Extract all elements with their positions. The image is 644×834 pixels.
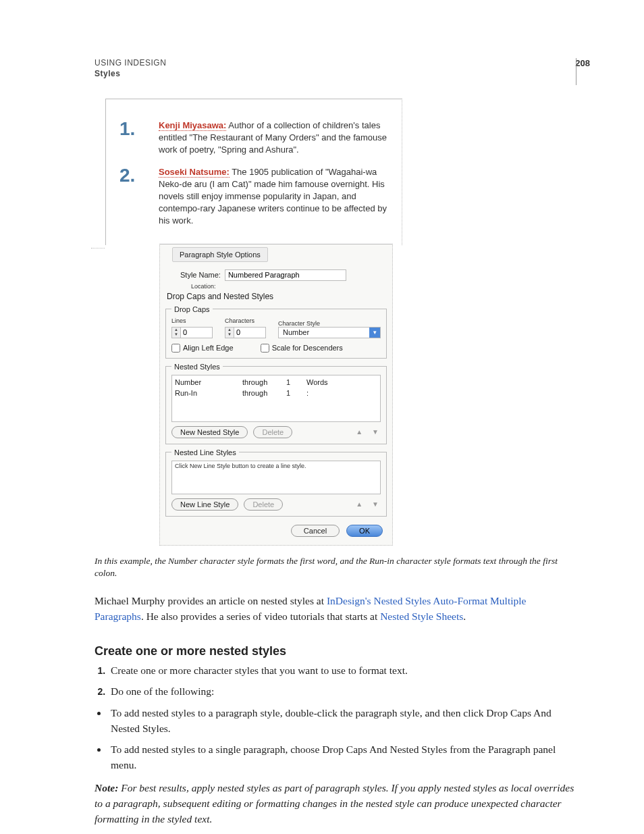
note: Note: For best results, apply nested sty… bbox=[95, 780, 576, 827]
delete-line-style-button[interactable]: Delete bbox=[244, 498, 283, 511]
step-2: Do one of the following: bbox=[108, 683, 576, 699]
cancel-button[interactable]: Cancel bbox=[291, 525, 340, 537]
running-head-line1: USING INDESIGN bbox=[95, 58, 576, 68]
location-label: Location: bbox=[191, 283, 216, 290]
character-style-value: Number bbox=[283, 328, 309, 336]
nested-line-styles-legend: Nested Line Styles bbox=[171, 448, 239, 457]
nested-line-styles-group: Nested Line Styles Click New Line Style … bbox=[165, 448, 387, 517]
nested-styles-legend: Nested Styles bbox=[171, 363, 223, 371]
bullet-1: To add nested styles to a paragraph styl… bbox=[108, 705, 576, 737]
body-paragraph: Michael Murphy provides an article on ne… bbox=[95, 594, 576, 624]
sample-number-1: 1. bbox=[119, 120, 159, 157]
nested-styles-group: Nested Styles Number through 1 Words Run… bbox=[165, 363, 387, 444]
link-nested-style-sheets[interactable]: Nested Style Sheets bbox=[380, 610, 463, 622]
ok-button[interactable]: OK bbox=[346, 525, 383, 537]
sample-item-2: 2. Soseki Natsume: The 1905 publication … bbox=[119, 166, 388, 228]
page-number: 208 bbox=[575, 58, 590, 68]
panel-heading: Drop Caps and Nested Styles bbox=[167, 292, 385, 301]
note-label: Note: bbox=[95, 782, 118, 793]
sample-runin-1: Kenji Miyasawa: bbox=[159, 120, 226, 131]
nested-style-row: Number through 1 Words bbox=[175, 377, 377, 388]
move-up-icon[interactable]: ▲ bbox=[354, 500, 365, 508]
note-body: For best results, apply nested styles as… bbox=[95, 782, 574, 825]
sample-runin-2: Soseki Natsume: bbox=[159, 167, 230, 178]
characters-label: Characters bbox=[225, 317, 266, 324]
section-heading: Create one or more nested styles bbox=[95, 644, 576, 658]
step-1: Create one or more character styles that… bbox=[108, 662, 576, 678]
sample-number-2: 2. bbox=[119, 166, 159, 228]
lines-input[interactable] bbox=[181, 328, 212, 338]
character-style-select[interactable]: Number ▾ bbox=[278, 327, 381, 338]
nested-line-styles-hint: Click New Line Style button to create a … bbox=[175, 463, 377, 469]
dropdown-arrow-icon: ▾ bbox=[369, 328, 380, 338]
running-head: USING INDESIGN Styles bbox=[95, 58, 576, 78]
characters-stepper[interactable]: ▲▼ bbox=[225, 327, 266, 338]
align-left-edge-checkbox[interactable]: Align Left Edge bbox=[171, 344, 234, 353]
align-left-edge-label: Align Left Edge bbox=[183, 344, 234, 352]
figure-caption: In this example, the Number character st… bbox=[95, 555, 576, 581]
dialog-title: Paragraph Style Options bbox=[172, 247, 268, 262]
paragraph-style-options-dialog: Paragraph Style Options Style Name: Loca… bbox=[159, 244, 393, 546]
drop-caps-group: Drop Caps Lines ▲▼ Characters ▲▼ bbox=[165, 305, 387, 359]
style-name-label: Style Name: bbox=[180, 271, 221, 279]
style-name-input[interactable] bbox=[225, 269, 346, 281]
scale-for-descenders-label: Scale for Descenders bbox=[272, 344, 343, 352]
nested-style-row: Run-In through 1 : bbox=[175, 388, 377, 398]
move-down-icon[interactable]: ▼ bbox=[370, 428, 381, 436]
move-down-icon[interactable]: ▼ bbox=[370, 500, 381, 508]
scale-for-descenders-checkbox[interactable]: Scale for Descenders bbox=[261, 344, 343, 353]
running-head-line2: Styles bbox=[95, 69, 576, 78]
sample-document: 1. Kenji Miyasawa: Author of a collectio… bbox=[105, 99, 402, 245]
move-up-icon[interactable]: ▲ bbox=[354, 428, 365, 436]
new-nested-style-button[interactable]: New Nested Style bbox=[171, 426, 248, 438]
nested-line-styles-list[interactable]: Click New Line Style button to create a … bbox=[171, 461, 381, 494]
character-style-label: Character Style bbox=[278, 320, 381, 327]
bullet-2: To add nested styles to a single paragra… bbox=[108, 741, 576, 773]
header-rule bbox=[576, 58, 576, 85]
characters-input[interactable] bbox=[234, 328, 265, 338]
drop-caps-legend: Drop Caps bbox=[171, 305, 213, 313]
new-line-style-button[interactable]: New Line Style bbox=[171, 498, 238, 511]
lines-label: Lines bbox=[171, 317, 213, 324]
sample-item-1: 1. Kenji Miyasawa: Author of a collectio… bbox=[119, 120, 388, 157]
lines-stepper[interactable]: ▲▼ bbox=[171, 327, 213, 338]
nested-styles-list[interactable]: Number through 1 Words Run-In through 1 … bbox=[171, 375, 381, 422]
delete-nested-style-button[interactable]: Delete bbox=[253, 426, 292, 438]
figure: 1. Kenji Miyasawa: Author of a collectio… bbox=[105, 99, 402, 546]
